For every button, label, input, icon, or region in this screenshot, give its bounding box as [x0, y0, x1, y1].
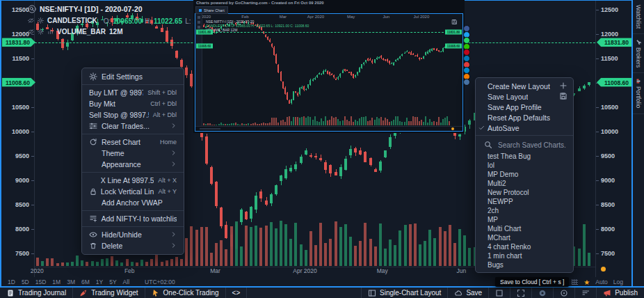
bottom-button-square[interactable]: [488, 288, 510, 298]
y-tick-label[interactable]: 7500: [1, 250, 29, 257]
saved-chart-item[interactable]: New Protocol: [476, 188, 573, 197]
timezone-label[interactable]: UTC+02:00: [145, 279, 175, 285]
saved-chart-item[interactable]: Multi2: [476, 179, 573, 188]
y-tick-label[interactable]: 11500: [601, 55, 618, 62]
context-menu-item[interactable]: Delete: [82, 240, 184, 251]
favorite-star-icon[interactable]: ★: [583, 279, 590, 286]
context-menu-item[interactable]: Sell Stop @ 9897.59Alt + Dbl: [82, 109, 184, 120]
saved-chart-item[interactable]: MChart: [476, 233, 573, 242]
x-axis-month-label[interactable]: Mar: [210, 267, 220, 274]
bottom-button-save[interactable]: Save: [447, 288, 488, 298]
saved-chart-item[interactable]: Bugs: [476, 260, 573, 269]
context-menu-item[interactable]: Buy MktCtrl + Dbl: [82, 98, 184, 109]
saved-chart-item[interactable]: 4 chart Renko: [476, 242, 573, 251]
saved-chart-item[interactable]: MP: [476, 215, 573, 224]
sidebar-tab-portfolio[interactable]: Portfolio: [633, 73, 644, 113]
x-axis-month-label[interactable]: Feb: [124, 267, 135, 274]
symbol-search-icon[interactable]: [28, 5, 36, 13]
study-settings-icon[interactable]: [38, 17, 44, 24]
saved-chart-item[interactable]: lol: [476, 161, 573, 170]
layout-menu-item[interactable]: AutoSave: [476, 123, 573, 133]
hide-volume-icon[interactable]: [28, 29, 34, 35]
bottom-button-target[interactable]: [553, 288, 574, 298]
bottom-button-trading-widget[interactable]: Trading Widget: [73, 288, 145, 298]
saved-chart-item[interactable]: MP Demo: [476, 170, 573, 179]
context-menu-item[interactable]: Theme: [82, 148, 184, 159]
hide-study-icon[interactable]: [28, 17, 34, 24]
y-tick-label[interactable]: 9500: [601, 152, 615, 159]
bottom-button-single-chart-layout[interactable]: Single-Chart Layout: [361, 288, 447, 298]
timeframe-button-1m[interactable]: 1M: [52, 279, 61, 285]
context-menu-item[interactable]: Appearance: [82, 159, 184, 170]
y-tick-label[interactable]: 7500: [601, 250, 615, 257]
saved-chart-item[interactable]: Multi Chart: [476, 224, 573, 233]
bottom-button-publish[interactable]: Publish: [596, 288, 644, 298]
y-tick-label[interactable]: 11500: [1, 55, 29, 62]
saved-chart-item[interactable]: 1 min chart: [476, 251, 573, 260]
ohlc-value: 10965.00: [113, 17, 142, 25]
y-tick-label[interactable]: 12500: [601, 6, 618, 13]
layout-menu-item[interactable]: Create New Layout: [476, 81, 573, 91]
volume-study-value: 12M: [109, 28, 122, 36]
bottom-button-one-click-trading[interactable]: One-Click Trading: [145, 288, 226, 298]
timeframe-button-15d[interactable]: 15D: [35, 279, 47, 285]
menu-item-label: Create New Layout: [488, 82, 550, 91]
timeframe-button-1y[interactable]: 1Y: [96, 279, 103, 285]
y-tick-label[interactable]: 10500: [1, 104, 29, 111]
log-scale-label[interactable]: Log: [613, 279, 623, 285]
y-tick-label[interactable]: 10000: [601, 128, 618, 135]
y-tick-label[interactable]: 8500: [601, 201, 615, 208]
y-tick-label[interactable]: 12000: [601, 31, 618, 38]
context-menu-item[interactable]: Clear Trades...: [82, 120, 184, 132]
y-tick-label[interactable]: 12500: [1, 6, 29, 13]
y-tick-label[interactable]: 8000: [1, 226, 29, 233]
sidebar-tab-brokers[interactable]: Brokers: [633, 34, 644, 73]
grid-settings-icon[interactable]: [572, 279, 578, 285]
y-tick-label[interactable]: 8500: [1, 201, 29, 208]
x-axis-month-label[interactable]: Apr 2020: [293, 267, 317, 274]
preview-save-icon[interactable]: [451, 19, 458, 25]
x-axis-month-label[interactable]: 2020: [31, 267, 44, 274]
x-axis-month-label[interactable]: Jun: [457, 267, 467, 274]
timeframe-button-5d[interactable]: 5D: [22, 279, 29, 285]
saved-chart-item[interactable]: 2ch: [476, 206, 573, 215]
y-tick-label[interactable]: 10000: [1, 128, 29, 135]
timeframe-button-1d[interactable]: 1D: [8, 279, 15, 285]
context-menu-item[interactable]: Edit Settings: [82, 71, 184, 82]
y-tick-label[interactable]: 12000: [1, 31, 29, 38]
bottom-button-expand[interactable]: [510, 288, 531, 298]
layout-menu-item[interactable]: Save Layout: [476, 91, 573, 102]
y-tick-label[interactable]: 9000: [1, 177, 29, 184]
timeframe-button-6m[interactable]: 6M: [81, 279, 90, 285]
volume-settings-icon[interactable]: [38, 29, 44, 35]
bottom-button-camera[interactable]: [531, 288, 553, 298]
context-menu-item[interactable]: Reset ChartHome: [82, 136, 184, 148]
expand-icon: [517, 289, 525, 297]
context-menu-item[interactable]: X Line At 9897.59Alt + X: [82, 175, 184, 186]
saved-charts-search[interactable]: Search Saved Charts.: [476, 138, 573, 152]
context-menu-item[interactable]: Add NIFTY-I to watchlist: [82, 213, 184, 224]
context-menu-item[interactable]: Buy LMT @ 9897.59Shift + Dbl: [82, 87, 184, 98]
y-tick-label[interactable]: 9000: [601, 177, 615, 184]
y-tick-label[interactable]: 10500: [601, 104, 618, 111]
x-axis-month-label[interactable]: May: [377, 267, 388, 274]
timeframe-button-3m[interactable]: 3M: [67, 279, 75, 285]
context-menu-item[interactable]: Add Anchor VWAP: [82, 197, 184, 208]
y-tick-label[interactable]: 8000: [601, 226, 615, 233]
menu-divider: [82, 84, 184, 85]
bottom-button-grid[interactable]: [574, 288, 596, 298]
context-menu-item[interactable]: Hide/Unhide: [82, 229, 184, 240]
sidebar-tab-watchlist[interactable]: Watchlist: [633, 0, 644, 34]
y-tick-label[interactable]: 9500: [1, 152, 29, 159]
layout-menu-item[interactable]: Reset App Defaults: [476, 112, 573, 123]
auto-scale-label[interactable]: Auto: [595, 279, 608, 285]
layout-menu-item[interactable]: Save App Profile: [476, 102, 573, 112]
context-menu-item[interactable]: Lock Vertical LineAlt + Y: [82, 186, 184, 197]
timeframe-button-all[interactable]: All: [123, 279, 129, 285]
timeframe-button-5y[interactable]: 5Y: [109, 279, 116, 285]
saved-chart-item[interactable]: NEWPP: [476, 197, 573, 206]
share-chart-tab[interactable]: Share Chart: [195, 6, 228, 14]
bottom-button--[interactable]: <>: [226, 288, 248, 298]
bottom-button-trading-journal[interactable]: Trading Journal: [0, 288, 73, 298]
saved-chart-item[interactable]: test Thea Bug: [476, 152, 573, 161]
